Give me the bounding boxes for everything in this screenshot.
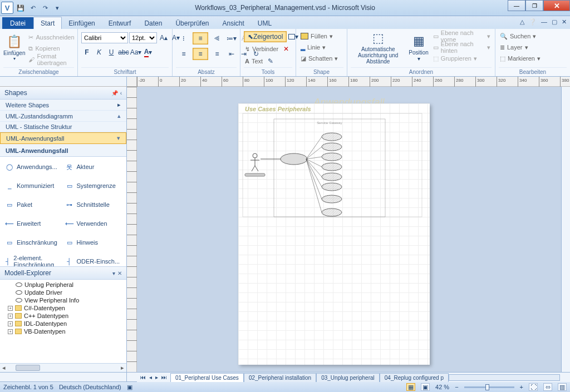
tree-folder[interactable]: +C#-Datentypen [2, 304, 124, 312]
window-close[interactable]: ✕ [543, 0, 570, 11]
connection-point-tool[interactable]: ✕ [281, 43, 292, 54]
grow-font[interactable]: A▴ [158, 32, 169, 43]
cut-button[interactable]: ✂Ausschneiden [27, 32, 75, 42]
position-button[interactable]: ▦ Position▾ [407, 30, 429, 64]
window-minimize[interactable]: — [508, 0, 525, 11]
tree-leaf[interactable]: Update Driver [2, 289, 124, 296]
sheet-nav-prev[interactable]: ◂ [148, 374, 153, 380]
tree-leaf[interactable]: Unplug Peripheral [2, 281, 124, 289]
tab-view[interactable]: Ansicht [216, 17, 251, 29]
align-bottom[interactable]: ⫷ [209, 32, 225, 44]
shape-item[interactable]: ┤ODER-Einsch... [65, 254, 122, 267]
window-maximize[interactable]: ❐ [525, 0, 543, 11]
connector-tool[interactable]: ↯ Verbinder [244, 44, 279, 54]
tab-start[interactable]: Start [33, 17, 62, 29]
view-fullscreen[interactable]: ▣ [421, 383, 430, 391]
shape-item[interactable]: ▭Paket [4, 197, 62, 212]
expand-icon[interactable]: + [8, 314, 13, 319]
drawing-page[interactable]: Use Cases Peripherals Service Gateway [238, 103, 430, 365]
stencil-state[interactable]: UML-Zustandsdiagramm▴ [0, 111, 126, 122]
fit-page[interactable]: ⛶ [529, 383, 538, 391]
align-right[interactable]: ≡ [209, 48, 225, 60]
format-painter-button[interactable]: 🖌Format übertragen [27, 54, 75, 64]
copy-button[interactable]: ⧉Kopieren [27, 43, 75, 53]
shape-item[interactable]: ⎯Kommuniziert [4, 178, 62, 193]
canvas-vscroll[interactable] [561, 87, 570, 372]
align-left[interactable]: ≡ [176, 48, 191, 60]
bring-front-button[interactable]: ▭ Ebene nach vorne ▾ [432, 31, 492, 41]
tree-folder[interactable]: +C++ Datentypen [2, 312, 124, 320]
auto-arrange-button[interactable]: ⬚ Automatische Ausrichtung und Abstände [351, 30, 405, 64]
explorer-close[interactable]: ✕ [117, 270, 122, 276]
shape-item[interactable]: 웃Akteur [65, 159, 122, 175]
layer-button[interactable]: ≣ Layer ▾ [499, 42, 529, 52]
expand-icon[interactable]: + [8, 306, 13, 311]
case-button[interactable]: Aa▾ [130, 47, 141, 58]
canvas-hscroll[interactable] [449, 374, 560, 381]
bullets[interactable]: ≔▾ [226, 33, 237, 44]
fill-button[interactable]: Füllen ▾ [299, 31, 334, 41]
drawing-canvas[interactable]: Anwendungsfall Use Cases Peripherals Ser… [137, 87, 561, 372]
paste-button[interactable]: 📋 Einfügen ▾ [3, 30, 25, 64]
tree-folder[interactable]: +VB-Datentypen [2, 328, 124, 335]
tree-folder[interactable]: +IDL-Datentypen [2, 320, 124, 328]
shape-item[interactable]: ⟵Erweitert [4, 216, 62, 231]
mdi-restore[interactable]: ▢ [552, 18, 557, 26]
more-shapes-row[interactable]: Weitere Shapes▸ [0, 100, 126, 111]
sheet-tab-2[interactable]: 02_Peripheral installation [244, 373, 316, 382]
sheet-tab-1[interactable]: 01_Peripheral Use Cases [170, 373, 244, 382]
fit-width[interactable]: ⬄ [543, 383, 552, 391]
select-button[interactable]: ⬚ Markieren ▾ [499, 53, 542, 63]
underline-button[interactable]: U [106, 47, 117, 58]
tab-data[interactable]: Daten [137, 17, 169, 29]
zoom-out[interactable]: − [455, 384, 458, 390]
ink-tool[interactable]: ✎ [265, 56, 276, 67]
find-button[interactable]: 🔍 Suchen ▾ [499, 31, 537, 41]
mdi-close[interactable]: ✕ [562, 18, 567, 26]
shape-item[interactable]: ◯Anwendungs... [4, 159, 62, 175]
model-tree[interactable]: Unplug PeripheralUpdate DriverView Perip… [0, 280, 126, 363]
status-lang[interactable]: Deutsch (Deutschland) [59, 384, 121, 390]
zoom-in[interactable]: + [520, 384, 523, 390]
sheet-nav-next[interactable]: ▸ [154, 374, 159, 380]
font-name-combo[interactable]: Calibri [81, 32, 128, 43]
stencil-usecase[interactable]: UML-Anwendungsfall▾ [0, 132, 126, 144]
switch-windows[interactable]: ▥ [558, 383, 567, 391]
group-button[interactable]: ⬚ Gruppieren ▾ [432, 53, 492, 63]
hscroll-thumb[interactable] [16, 365, 40, 371]
qat-redo[interactable]: ↷ [40, 3, 50, 13]
shadow-button[interactable]: ◪Schatten ▾ [299, 53, 339, 63]
text-tool[interactable]: A Text [244, 56, 264, 66]
scroll-up-icon[interactable]: ▴ [117, 112, 121, 120]
strike-button[interactable]: abc [118, 47, 129, 58]
align-center[interactable]: ≡ [193, 48, 208, 60]
shape-item[interactable]: ▭Einschränkung [4, 235, 62, 250]
tree-leaf[interactable]: View Peripheral Info [2, 296, 124, 304]
sheet-tab-4[interactable]: 04_Replug configured p [380, 373, 449, 382]
tab-file[interactable]: Datei [2, 17, 33, 29]
zoom-slider[interactable] [464, 386, 514, 388]
font-size-combo[interactable]: 12pt. [129, 32, 157, 43]
send-back-button[interactable]: ▭ Ebene nach hinten ▾ [432, 42, 492, 52]
align-middle[interactable]: ≡ [193, 32, 208, 44]
hscroll-right[interactable]: ▸ [121, 364, 124, 371]
dec-indent[interactable]: ⇤ [226, 48, 237, 59]
qat-save[interactable]: 💾 [16, 3, 26, 13]
explorer-hscroll[interactable]: ◂ ▸ [0, 363, 126, 372]
pane-menu[interactable]: ‹ [120, 90, 122, 96]
help-icon[interactable]: ❔ [529, 18, 537, 26]
shape-item[interactable]: ▭Systemgrenze [65, 178, 122, 193]
zoom-knob[interactable] [485, 384, 489, 390]
line-button[interactable]: ▂Linie ▾ [299, 42, 327, 52]
explorer-pin[interactable]: ▾ [112, 270, 115, 276]
expand-icon[interactable]: + [8, 321, 13, 326]
tab-review[interactable]: Überprüfen [169, 17, 215, 29]
sheet-tab-3[interactable]: 03_Unplug peripheral [316, 373, 380, 382]
tab-design[interactable]: Entwurf [102, 17, 138, 29]
mdi-minimize[interactable]: — [541, 18, 547, 26]
font-color-button[interactable]: A▾ [142, 47, 154, 58]
hscroll-left[interactable]: ◂ [2, 364, 6, 371]
shape-item[interactable]: ┤2-element. Einschränkung [4, 254, 62, 267]
italic-button[interactable]: K [94, 47, 105, 58]
ribbon-minimize[interactable]: △ [520, 18, 524, 26]
